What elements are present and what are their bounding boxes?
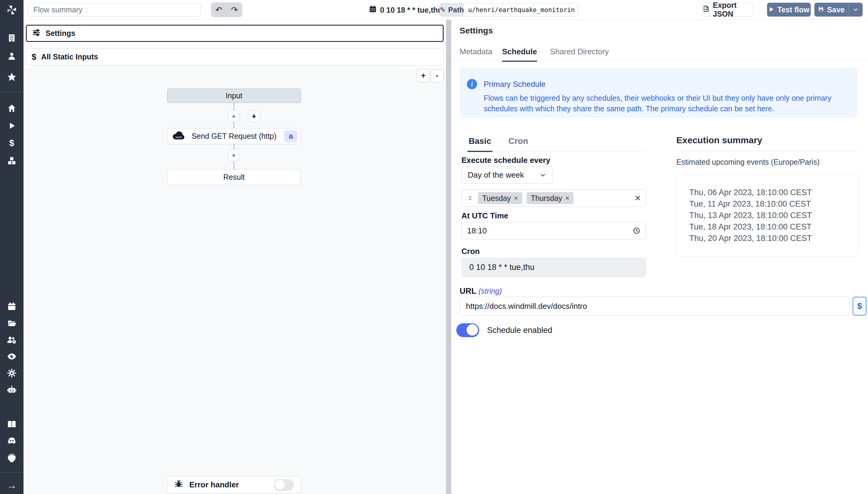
execute-every-label: Execute schedule every — [461, 156, 550, 165]
save-split-button: Save — [814, 3, 863, 17]
svg-text:HTTP: HTTP — [176, 136, 182, 139]
path-field[interactable]: ✎ Path u/henri/earthquake_monitorin — [439, 3, 578, 17]
add-step-button[interactable]: + — [228, 110, 240, 122]
weekday-multiselect[interactable]: Tuesday × Thursday × ✕ — [461, 189, 646, 207]
result-node[interactable]: Result — [167, 169, 301, 185]
info-icon: i — [467, 79, 477, 89]
workers-robot-icon[interactable] — [7, 384, 17, 395]
redo-button[interactable]: ↷ — [226, 2, 242, 17]
schedule-enabled-row: Schedule enabled — [456, 323, 552, 337]
cron-label: Cron — [461, 247, 480, 256]
url-field-label: URL (string) — [460, 286, 502, 296]
cron-summary: 0 10 18 * * tue,thu — [369, 0, 442, 20]
schedule-enabled-toggle[interactable] — [456, 323, 479, 337]
error-handler-label: Error handler — [189, 480, 239, 490]
event-row: Thu, 20 Apr 2023, 18:10:00 CEST — [689, 232, 859, 244]
settings-tabs: Metadata Schedule Shared Directory — [451, 45, 868, 60]
groups-icon[interactable] — [7, 335, 17, 345]
export-json-button[interactable]: Export JSON — [702, 3, 753, 17]
svg-text:$: $ — [9, 138, 14, 148]
flow-summary-input[interactable] — [28, 3, 201, 17]
event-row: Thu, 13 Apr 2023, 18:10:00 CEST — [689, 210, 859, 221]
schedules-calendar-icon[interactable] — [7, 302, 17, 311]
path-label: ✎ Path — [440, 3, 464, 16]
panel-resize-handle[interactable] — [446, 20, 451, 494]
tab-metadata[interactable]: Metadata — [460, 47, 492, 61]
variables-dollar-icon[interactable]: $ — [7, 138, 17, 148]
alert-title: Primary Schedule — [484, 80, 546, 89]
sidebar-divider — [0, 472, 23, 473]
tab-basic[interactable]: Basic — [468, 136, 492, 152]
windmill-logo-icon[interactable] — [6, 4, 18, 16]
execution-summary-subtitle: Estimated upcoming events (Europe/Paris) — [676, 158, 859, 167]
tab-shared-directory[interactable]: Shared Directory — [550, 47, 609, 61]
windmill-flow-editor: $ → — [0, 0, 868, 494]
user-icon[interactable] — [7, 51, 17, 61]
undo-button[interactable]: ↶ — [211, 2, 226, 17]
save-dropdown-button[interactable] — [848, 3, 863, 17]
error-handler-toggle[interactable] — [274, 479, 294, 491]
resources-cubes-icon[interactable] — [7, 156, 17, 166]
alert-body: Flows can be triggered by any schedules,… — [484, 93, 849, 114]
schedule-enabled-label: Schedule enabled — [487, 326, 552, 335]
execution-summary-title: Execution summary — [676, 135, 859, 151]
input-node[interactable]: Input — [167, 89, 301, 103]
save-disk-icon — [818, 5, 824, 14]
flow-settings-button[interactable]: Settings — [26, 25, 443, 42]
favorites-star-icon[interactable] — [7, 72, 17, 82]
file-export-icon — [703, 5, 710, 14]
folders-icon[interactable] — [7, 319, 17, 328]
settings-panel: Settings Metadata Schedule Shared Direct… — [451, 20, 868, 494]
error-handler-node[interactable]: Error handler — [167, 476, 301, 493]
remove-tag-icon[interactable]: × — [514, 194, 518, 202]
event-row: Tue, 18 Apr 2023, 18:10:00 CEST — [689, 221, 859, 232]
play-icon — [768, 5, 774, 14]
audit-eye-icon[interactable] — [7, 352, 17, 362]
discord-icon[interactable] — [7, 436, 17, 446]
trigger-bolt-button[interactable] — [248, 110, 260, 122]
flow-editor-panel: Settings $ All Static Inputs + - Input +… — [23, 20, 446, 494]
topbar: ↶ ↷ 0 10 18 * * tue,thu ✎ Path u/henri/e… — [23, 0, 868, 20]
add-step-button-2[interactable]: + — [228, 149, 240, 162]
step-node-label: Send GET Request (http) — [192, 132, 277, 140]
runs-play-icon[interactable] — [7, 121, 16, 130]
all-static-inputs-button[interactable]: $ All Static Inputs — [26, 48, 443, 65]
utc-time-input[interactable]: 18:10 — [461, 222, 646, 240]
clear-tags-icon[interactable]: ✕ — [634, 194, 641, 203]
http-cloud-icon: HTTP — [172, 131, 186, 142]
expand-sidebar-arrow-icon[interactable]: → — [7, 479, 17, 491]
settings-gear-icon[interactable] — [7, 368, 17, 378]
url-variable-pill-button[interactable]: $ — [853, 297, 867, 316]
pencil-icon: ✎ — [440, 6, 446, 14]
bug-icon — [174, 479, 183, 490]
tag-thursday: Thursday × — [527, 192, 574, 204]
flow-graph-canvas[interactable]: + - Input + HTTP Send GET Request (http)… — [23, 68, 446, 494]
home-icon[interactable] — [7, 103, 17, 113]
event-row: Thu, 06 Apr 2023, 18:10:00 CEST — [689, 187, 859, 198]
clock-icon — [633, 227, 640, 235]
upcoming-events-box: Thu, 06 Apr 2023, 18:10:00 CEST Tue, 11 … — [676, 174, 859, 256]
step-node-http-get[interactable]: HTTP Send GET Request (http) a — [167, 128, 301, 144]
primary-schedule-alert: i Primary Schedule Flows can be triggere… — [460, 68, 857, 118]
selector-icon — [467, 194, 474, 202]
url-input[interactable] — [460, 297, 850, 316]
schedule-mode-tabs: Basic Cron — [461, 136, 646, 152]
tab-schedule[interactable]: Schedule — [502, 47, 537, 62]
workspace-building-icon[interactable] — [7, 33, 17, 43]
path-value[interactable]: u/henri/earthquake_monitorin — [464, 3, 578, 16]
app-sidebar: $ → — [0, 0, 23, 494]
cron-summary-text: 0 10 18 * * tue,thu — [380, 6, 442, 15]
test-flow-button[interactable]: Test flow — [767, 3, 811, 17]
step-id-badge: a — [284, 130, 297, 142]
github-icon[interactable] — [7, 453, 17, 463]
schedule-frequency-select[interactable]: Day of the week — [461, 167, 553, 184]
zoom-in-button[interactable]: + — [417, 69, 430, 82]
remove-tag-icon[interactable]: × — [565, 194, 569, 202]
tab-cron[interactable]: Cron — [507, 136, 529, 151]
sliders-icon — [32, 28, 41, 39]
zoom-out-button[interactable]: - — [431, 69, 443, 82]
docs-book-icon[interactable] — [7, 419, 17, 430]
event-row: Tue, 11 Apr 2023, 18:10:00 CEST — [689, 198, 859, 210]
sidebar-divider — [0, 92, 23, 92]
save-button[interactable]: Save — [814, 3, 848, 17]
